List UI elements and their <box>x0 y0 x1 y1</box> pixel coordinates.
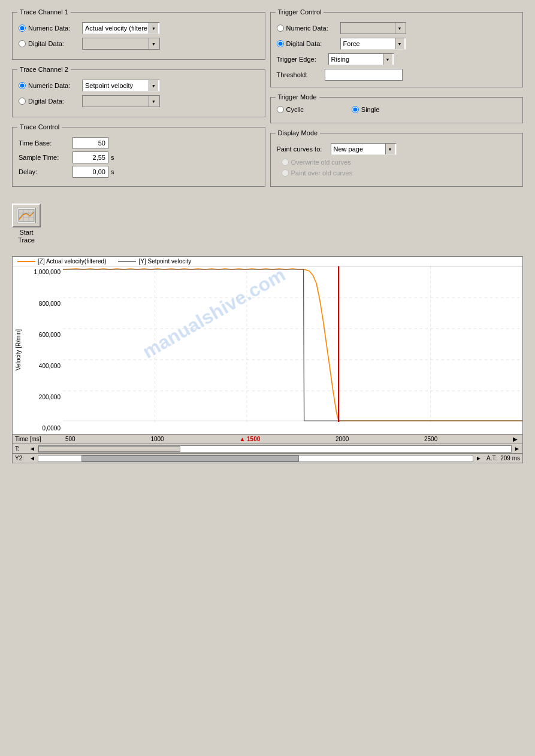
scrollbar-thumb-1[interactable] <box>38 446 180 452</box>
scrollbar-track-1[interactable] <box>38 445 512 453</box>
ch1-numeric-dropdown[interactable]: Actual velocity (filtere <box>82 22 160 34</box>
at-label: A.T: <box>486 455 497 462</box>
svg-rect-0 <box>19 210 34 221</box>
ch1-numeric-radio-label[interactable]: Numeric Data: <box>19 25 78 32</box>
start-trace-icon <box>17 208 36 223</box>
trigger-edge-dropdown[interactable]: Rising <box>328 53 394 65</box>
cyclic-radio-label[interactable]: Cyclic <box>277 106 304 113</box>
trace-channel-1-title: Trace Channel 1 <box>17 8 71 16</box>
time-base-value[interactable]: 50 <box>72 137 108 149</box>
trace-channel-1-panel: Trace Channel 1 Numeric Data: Actual vel… <box>12 12 265 60</box>
trigger-mode-title: Trigger Mode <box>276 93 319 101</box>
ch1-digital-radio[interactable] <box>19 40 26 47</box>
chart-panel: [Z] Actual velocity(filtered) [Y] Setpoi… <box>12 256 523 463</box>
chart-svg <box>63 266 522 434</box>
single-radio-label[interactable]: Single <box>352 106 380 113</box>
trigger-control-panel: Trigger Control Numeric Data: Digital Da… <box>270 12 524 87</box>
time-base-label: Time Base: <box>19 139 72 147</box>
ch2-numeric-radio[interactable] <box>19 82 26 89</box>
svg-rect-5 <box>63 266 522 422</box>
legend-item-1: [Z] Actual velocity(filtered) <box>17 258 106 265</box>
start-trace-label: StartTrace <box>18 229 35 244</box>
ch1-digital-radio-label[interactable]: Digital Data: <box>19 40 78 47</box>
paint-curves-dropdown[interactable]: New page <box>331 143 397 155</box>
chart-body: Velocity [R/min] 1,000,000 800,000 600,0… <box>13 266 522 434</box>
trigger-edge-label: Trigger Edge: <box>277 56 325 63</box>
ch2-numeric-dropdown-arrow[interactable] <box>149 80 158 91</box>
sample-time-value[interactable]: 2,55 <box>72 151 108 163</box>
trig-digital-radio[interactable] <box>277 40 284 47</box>
delay-label: Delay: <box>19 168 72 175</box>
trig-numeric-dropdown-arrow[interactable] <box>395 23 404 34</box>
threshold-label: Threshold: <box>277 71 325 78</box>
x-axis-label: Time [ms] <box>13 436 61 442</box>
legend-line-2 <box>118 261 136 262</box>
ch2-digital-dropdown-arrow[interactable] <box>149 96 158 107</box>
display-mode-panel: Display Mode Paint curves to: New page O… <box>270 133 524 187</box>
sample-time-label: Sample Time: <box>19 154 72 161</box>
ch2-numeric-dropdown[interactable]: Setpoint velocity <box>82 80 160 92</box>
trig-numeric-radio[interactable] <box>277 25 284 32</box>
y-ticks: 1,000,000 800,000 600,000 400,000 200,00… <box>24 266 63 434</box>
ch1-numeric-radio[interactable] <box>19 25 26 32</box>
delay-value[interactable]: 0,00 <box>72 166 108 178</box>
start-trace-button[interactable] <box>12 204 41 227</box>
ch1-numeric-dropdown-arrow[interactable] <box>149 23 158 34</box>
ch2-digital-radio-label[interactable]: Digital Data: <box>19 98 78 105</box>
y-axis-label: Velocity [R/min] <box>13 278 24 422</box>
ch2-digital-dropdown[interactable] <box>82 95 160 107</box>
ch1-digital-dropdown[interactable] <box>82 38 160 50</box>
ch2-numeric-radio-label[interactable]: Numeric Data: <box>19 82 78 89</box>
trig-digital-dropdown[interactable]: Force <box>340 38 406 50</box>
display-mode-title: Display Mode <box>276 129 321 136</box>
scrollbar-track-2[interactable] <box>38 455 473 462</box>
trace-channel-2-title: Trace Channel 2 <box>17 66 71 73</box>
paint-curves-dropdown-arrow[interactable] <box>385 144 395 154</box>
scrollbar-thumb-2[interactable] <box>81 456 299 462</box>
paintover-radio-label[interactable]: Paint over old curves <box>282 169 353 177</box>
trigger-mode-panel: Trigger Mode Cyclic Single <box>270 97 524 123</box>
legend-item-2: [Y] Setpoint velocity <box>118 258 191 265</box>
ch2-digital-radio[interactable] <box>19 98 26 105</box>
trace-control-title: Trace Control <box>17 123 62 130</box>
legend-line-1 <box>17 261 35 262</box>
trig-digital-radio-label[interactable]: Digital Data: <box>277 40 337 47</box>
scrollbar-row-1[interactable]: T: ◄ ► <box>13 444 522 453</box>
chart-legend: [Z] Actual velocity(filtered) [Y] Setpoi… <box>13 257 522 266</box>
trigger-control-title: Trigger Control <box>276 8 324 16</box>
sample-time-unit: s <box>111 154 114 161</box>
scrollbar-row-2[interactable]: Y2: ◄ ► A.T: 209 ms <box>13 453 522 463</box>
overwrite-radio[interactable] <box>282 159 289 166</box>
x-axis-row: Time [ms] 500 1000 ▲ 1500 2000 2500 ▶ <box>13 434 522 444</box>
trace-channel-2-panel: Trace Channel 2 Numeric Data: Setpoint v… <box>12 69 265 117</box>
chart-area <box>63 266 522 434</box>
trig-digital-dropdown-arrow[interactable] <box>395 38 404 49</box>
trig-numeric-radio-label[interactable]: Numeric Data: <box>277 25 337 32</box>
y2-label: Y2: <box>15 455 27 462</box>
paint-curves-label: Paint curves to: <box>277 145 331 153</box>
trace-control-panel: Trace Control Time Base: 50 Sample Time:… <box>12 127 265 187</box>
single-radio[interactable] <box>352 106 359 113</box>
cyclic-radio[interactable] <box>277 106 284 113</box>
ch1-digital-dropdown-arrow[interactable] <box>149 38 158 49</box>
paintover-radio[interactable] <box>282 169 289 177</box>
overwrite-radio-label[interactable]: Overwrite old curves <box>282 159 351 166</box>
at-value: 209 ms <box>500 455 520 462</box>
threshold-input[interactable] <box>325 69 403 81</box>
x-ticks: 500 1000 ▲ 1500 2000 2500 ▶ <box>61 436 522 442</box>
trig-numeric-dropdown[interactable] <box>340 22 406 34</box>
delay-unit: s <box>111 168 114 175</box>
trigger-edge-dropdown-arrow[interactable] <box>383 54 392 65</box>
